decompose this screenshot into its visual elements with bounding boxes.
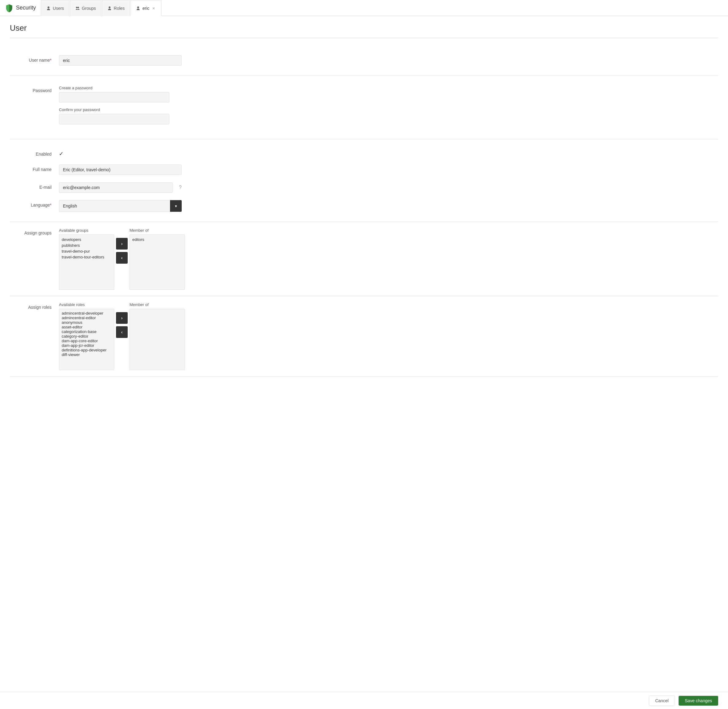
roles-transfer-buttons: › ‹ <box>114 302 130 338</box>
fullname-label: Full name <box>10 165 59 172</box>
list-item[interactable]: diff-viewer <box>62 352 111 357</box>
assign-roles-section: Assign roles Available roles admincentra… <box>10 296 718 376</box>
roles-tab-icon <box>107 6 112 11</box>
member-roles-column: Member of <box>130 302 185 370</box>
available-roles-list[interactable]: admincentral-developer admincentral-edit… <box>59 309 114 370</box>
list-item[interactable]: admincentral-developer <box>62 311 111 315</box>
list-item[interactable]: editors <box>132 236 182 242</box>
email-label: E-mail <box>10 182 59 190</box>
username-input[interactable] <box>59 55 182 66</box>
available-roles-label: Available roles <box>59 302 114 307</box>
list-item[interactable]: developers <box>62 236 111 242</box>
main-content: User User name* Password Create a passwo… <box>0 16 728 692</box>
shield-icon <box>5 4 13 12</box>
chevron-left-icon: ‹ <box>121 330 123 334</box>
email-help-icon[interactable]: ? <box>179 185 182 190</box>
list-item[interactable]: admincentral-editor <box>62 315 111 320</box>
assign-roles-row: Assign roles Available roles admincentra… <box>10 302 718 370</box>
language-dropdown-button[interactable]: ▾ <box>170 200 182 212</box>
list-item[interactable]: dam-app-core-editor <box>62 338 111 343</box>
password-label: Password <box>10 86 59 93</box>
username-row: User name* <box>10 51 718 69</box>
assign-groups-row: Assign groups Available groups developer… <box>10 228 718 290</box>
available-groups-list[interactable]: developers publishers travel-demo-pur tr… <box>59 235 114 290</box>
list-item[interactable]: dam-app-jcr-editor <box>62 343 111 348</box>
member-roles-label: Member of <box>130 302 185 307</box>
roles-tab-label: Roles <box>114 6 125 11</box>
groups-tab-icon <box>75 6 80 11</box>
assign-roles-label: Assign roles <box>10 302 59 310</box>
list-item[interactable]: anonymous <box>62 320 111 325</box>
email-input[interactable] <box>59 182 173 193</box>
language-row: Language* ▾ <box>10 197 718 216</box>
member-roles-list[interactable] <box>130 309 185 370</box>
tab-eric[interactable]: eric × <box>130 0 162 16</box>
remove-role-button[interactable]: ‹ <box>116 326 128 338</box>
username-control <box>59 55 182 66</box>
tab-roles[interactable]: Roles <box>102 0 130 16</box>
password-row: Password Create a password Confirm your … <box>10 82 718 133</box>
chevron-down-icon: ▾ <box>175 204 177 209</box>
list-item[interactable]: category-editor <box>62 334 111 338</box>
add-role-button[interactable]: › <box>116 312 128 324</box>
member-groups-label: Member of <box>130 228 185 233</box>
chevron-right-icon: › <box>121 315 123 321</box>
app-logo: Security <box>5 4 36 12</box>
enabled-row: Enabled ✓ <box>10 146 718 161</box>
password-control: Create a password Confirm your password <box>59 86 182 129</box>
enabled-control: ✓ <box>59 149 182 157</box>
email-control: ? <box>59 182 182 193</box>
eric-tab-close[interactable]: × <box>151 6 156 11</box>
list-item[interactable]: travel-demo-pur <box>62 248 111 254</box>
language-label: Language* <box>10 200 59 207</box>
groups-tab-label: Groups <box>82 6 96 11</box>
cancel-button[interactable]: Cancel <box>649 696 675 706</box>
users-tab-label: Users <box>53 6 64 11</box>
assign-groups-content: Available groups developers publishers t… <box>59 228 185 290</box>
password-section: Password Create a password Confirm your … <box>10 76 718 139</box>
list-item[interactable]: definitions-app-developer <box>62 348 111 352</box>
email-row: E-mail ? <box>10 179 718 197</box>
fullname-row: Full name <box>10 161 718 179</box>
assign-groups-section: Assign groups Available groups developer… <box>10 222 718 296</box>
groups-transfer-buttons: › ‹ <box>114 228 130 264</box>
enabled-checkbox-container: ✓ <box>59 149 182 157</box>
assign-groups-label: Assign groups <box>10 228 59 235</box>
available-groups-column: Available groups developers publishers t… <box>59 228 114 290</box>
tab-users[interactable]: Users <box>41 0 69 16</box>
list-item[interactable]: categorization-base <box>62 329 111 334</box>
confirm-password-input[interactable] <box>59 114 169 124</box>
assign-roles-content: Available roles admincentral-developer a… <box>59 302 185 370</box>
list-item[interactable]: travel-demo-tour-editors <box>62 254 111 260</box>
enabled-label: Enabled <box>10 149 59 156</box>
app-title: Security <box>16 4 36 11</box>
language-control: ▾ <box>59 200 182 212</box>
tab-groups[interactable]: Groups <box>70 0 101 16</box>
create-password-label: Create a password <box>59 86 182 90</box>
enabled-checkmark[interactable]: ✓ <box>59 150 64 157</box>
confirm-password-label: Confirm your password <box>59 107 182 112</box>
remove-group-button[interactable]: ‹ <box>116 252 128 264</box>
footer-bar: Cancel Save changes <box>0 692 728 709</box>
list-item[interactable]: publishers <box>62 242 111 248</box>
available-roles-column: Available roles admincentral-developer a… <box>59 302 114 370</box>
eric-tab-label: eric <box>142 6 149 11</box>
save-button[interactable]: Save changes <box>678 696 718 706</box>
chevron-right-icon: › <box>121 241 123 246</box>
users-tab-icon <box>46 6 51 11</box>
username-label: User name* <box>10 55 59 63</box>
add-group-button[interactable]: › <box>116 238 128 249</box>
username-section: User name* <box>10 45 718 76</box>
page-title: User <box>10 23 718 38</box>
fullname-control <box>59 165 182 175</box>
member-groups-column: Member of editors <box>130 228 185 290</box>
list-item[interactable]: asset-editor <box>62 325 111 329</box>
create-password-input[interactable] <box>59 92 169 102</box>
language-input[interactable] <box>59 200 170 212</box>
nav-tabs: Users Groups Roles eric × <box>41 0 162 16</box>
enabled-section: Enabled ✓ Full name E-mail ? <box>10 139 718 222</box>
member-groups-list[interactable]: editors <box>130 235 185 290</box>
chevron-left-icon: ‹ <box>121 255 123 260</box>
fullname-input[interactable] <box>59 165 182 175</box>
available-groups-label: Available groups <box>59 228 114 233</box>
